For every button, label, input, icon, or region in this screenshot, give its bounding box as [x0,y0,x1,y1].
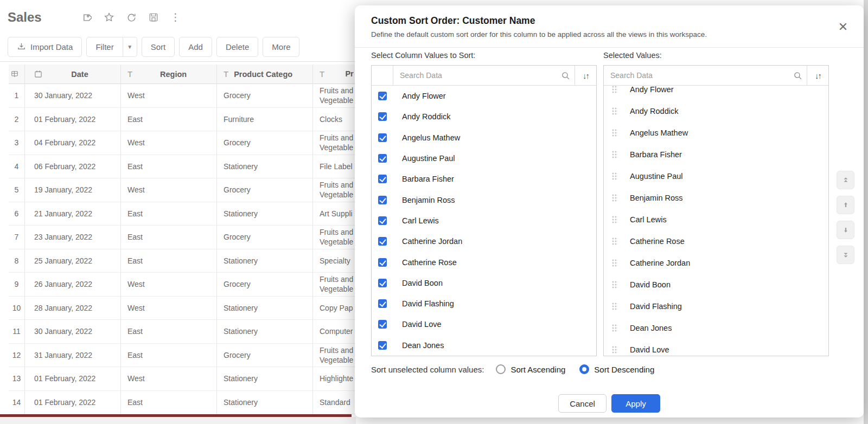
table-row[interactable]: 9 26 January, 2022 West Grocery Fruits a… [9,273,378,297]
list-item[interactable]: Angelus Mathew [372,127,596,148]
item-checkbox[interactable] [378,92,387,100]
search-input[interactable] [604,71,788,80]
list-item[interactable]: Andy Flower [372,86,596,106]
drag-handle-icon[interactable] [611,172,618,181]
category-cell[interactable]: Stationery [217,320,313,344]
item-checkbox[interactable] [378,154,387,163]
drag-handle-icon[interactable] [611,280,618,289]
table-row[interactable]: 7 23 January, 2022 East Grocery Fruits a… [9,226,378,249]
row-number-cell[interactable]: 14 [9,391,25,415]
list-item[interactable]: Dean Jones [372,335,596,356]
date-cell[interactable]: 31 January, 2022 [25,344,121,368]
star-icon[interactable] [104,12,114,23]
category-cell[interactable]: Grocery [217,226,313,249]
category-cell[interactable]: Furniture [217,108,313,132]
close-icon[interactable]: ✕ [837,21,850,34]
list-item[interactable]: Benjamin Ross [604,187,828,209]
region-cell[interactable]: West [121,178,217,202]
page-scrollbar-track[interactable] [864,0,868,424]
category-cell[interactable]: Grocery [217,273,313,297]
list-item[interactable]: David Boon [372,273,596,293]
sort-ascending-label[interactable]: Sort Ascending [510,365,565,374]
row-number-cell[interactable]: 9 [9,273,25,297]
list-item[interactable]: Andy Roddick [604,100,828,122]
item-checkbox[interactable] [378,279,387,287]
date-cell[interactable]: 30 January, 2022 [25,320,121,344]
table-row[interactable]: 10 28 January, 2022 West Stationery Copy… [9,297,378,320]
more-vertical-icon[interactable]: ⋮ [170,12,181,23]
region-cell[interactable]: East [121,391,217,415]
tag-icon[interactable] [81,12,92,23]
item-checkbox[interactable] [378,112,387,121]
row-number-cell[interactable]: 2 [9,108,25,132]
list-item[interactable]: Benjamin Ross [372,189,596,210]
category-cell[interactable]: Grocery [217,344,313,368]
column-header-product-category[interactable]: TProduct Catego [217,65,313,84]
select-all-header-cell[interactable] [9,65,25,84]
category-cell[interactable]: Stationery [217,249,313,273]
table-row[interactable]: 2 01 February, 2022 East Furniture Clock… [9,108,378,132]
row-number-cell[interactable]: 12 [9,344,25,368]
save-icon[interactable] [149,12,158,22]
region-cell[interactable]: East [121,155,217,179]
more-button[interactable]: More [263,37,299,57]
date-cell[interactable]: 04 February, 2022 [25,131,121,155]
drag-handle-icon[interactable] [611,150,618,159]
move-to-top-button[interactable] [837,171,854,189]
table-row[interactable]: 13 01 February, 2022 West Stationery Hig… [9,367,378,391]
table-row[interactable]: 8 25 January, 2022 East Stationery Speci… [9,249,378,273]
search-icon[interactable] [788,71,807,80]
item-checkbox[interactable] [378,133,387,142]
region-cell[interactable]: East [121,226,217,249]
list-item[interactable]: David Flashing [604,295,828,317]
drag-handle-icon[interactable] [611,345,618,354]
list-item[interactable]: Angelus Mathew [604,122,828,144]
apply-button[interactable]: Apply [611,394,660,413]
row-number-cell[interactable]: 4 [9,155,25,179]
category-cell[interactable]: Stationery [217,297,313,320]
move-down-button[interactable] [837,221,854,239]
table-row[interactable]: 3 04 February, 2022 West Grocery Fruits … [9,131,378,155]
category-cell[interactable]: Stationery [217,367,313,391]
date-cell[interactable]: 28 January, 2022 [25,297,121,320]
list-item[interactable]: David Love [372,314,596,335]
drag-handle-icon[interactable] [611,215,618,224]
region-cell[interactable]: West [121,84,217,108]
category-cell[interactable]: Stationery [217,202,313,226]
drag-handle-icon[interactable] [611,259,618,267]
table-row[interactable]: 5 19 January, 2022 West Grocery Fruits a… [9,178,378,202]
move-up-button[interactable] [837,196,854,214]
list-item[interactable]: Augustine Paul [604,165,828,187]
column-header-region[interactable]: TRegion [121,65,217,84]
date-cell[interactable]: 23 January, 2022 [25,226,121,249]
search-input[interactable] [393,71,556,80]
list-item[interactable]: Barbara Fisher [604,144,828,165]
filter-button[interactable]: Filter [86,37,123,57]
list-item[interactable]: David Love [604,339,828,356]
category-cell[interactable]: Grocery [217,84,313,108]
sort-values-icon[interactable]: ↓↑ [807,71,828,80]
move-to-bottom-button[interactable] [837,246,854,264]
row-number-cell[interactable]: 8 [9,249,25,273]
date-cell[interactable]: 21 January, 2022 [25,202,121,226]
select-all-checkbox-cell[interactable] [372,66,393,85]
row-number-cell[interactable]: 10 [9,297,25,320]
drag-handle-icon[interactable] [611,302,618,311]
table-row[interactable]: 12 31 January, 2022 East Grocery Fruits … [9,344,378,368]
list-item[interactable]: David Flashing [372,293,596,314]
region-cell[interactable]: West [121,297,217,320]
drag-handle-icon[interactable] [611,129,618,137]
row-number-cell[interactable]: 1 [9,84,25,108]
list-item[interactable]: Catherine Rose [604,230,828,252]
date-cell[interactable]: 01 February, 2022 [25,108,121,132]
date-cell[interactable]: 19 January, 2022 [25,178,121,202]
date-cell[interactable]: 06 February, 2022 [25,155,121,179]
date-cell[interactable]: 30 January, 2022 [25,84,121,108]
region-cell[interactable]: East [121,249,217,273]
list-item[interactable]: Augustine Paul [372,148,596,169]
item-checkbox[interactable] [378,196,387,204]
select-all-checkbox[interactable] [378,71,387,80]
row-number-cell[interactable]: 13 [9,367,25,391]
category-cell[interactable]: Grocery [217,131,313,155]
search-icon[interactable] [556,71,575,80]
